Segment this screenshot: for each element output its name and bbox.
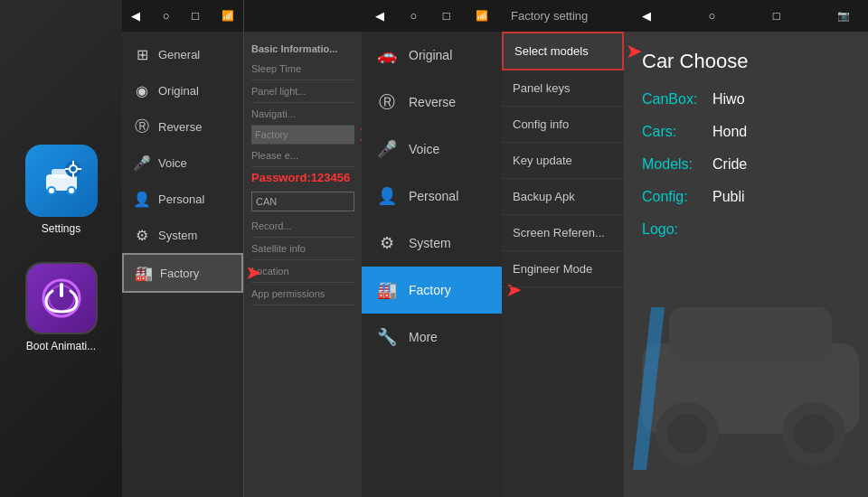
cars-value: Hond <box>712 124 747 140</box>
p4-back-icon[interactable]: ◀ <box>375 9 384 23</box>
please-row[interactable]: Please e... <box>251 145 354 167</box>
panel-main-menu: ◀ ○ □ 📶 🚗 Original Ⓡ Reverse 🎤 Voice 👤 P… <box>362 0 502 497</box>
menu-item-general[interactable]: ⊞ General <box>122 36 243 72</box>
config-label: Config: <box>642 189 705 205</box>
settings-app-icon[interactable] <box>25 145 98 217</box>
factory-setting-header: Factory setting <box>502 0 624 32</box>
main-personal-icon: 👤 <box>376 185 398 207</box>
main-system-icon: ⚙ <box>376 232 398 254</box>
menu-item-voice-label: Voice <box>158 156 187 170</box>
menu-item-reverse-label: Reverse <box>158 120 202 134</box>
panel-settings-menu: ◀ ○ □ 📶 ⊞ General ◉ Original Ⓡ Reverse 🎤… <box>122 0 244 497</box>
factory-row-highlight[interactable]: Factory ➤ <box>251 126 354 145</box>
sleep-time-row[interactable]: Sleep Time <box>251 58 354 80</box>
p4-signal-icon: 📶 <box>476 10 488 22</box>
app-permissions-row[interactable]: App permissions <box>251 283 354 305</box>
factory-item-screen-reference[interactable]: Screen Referen... <box>502 215 624 251</box>
satellite-row[interactable]: Satellite info <box>251 238 354 260</box>
p2-home-icon[interactable]: ○ <box>163 9 170 23</box>
menu-item-reverse[interactable]: Ⓡ Reverse <box>122 108 243 145</box>
settings-app-label: Settings <box>42 222 80 235</box>
menu-item-general-label: General <box>158 48 200 61</box>
cars-label: Cars: <box>642 124 705 140</box>
settings-app-wrapper[interactable]: Settings <box>25 145 98 235</box>
p2-back-icon[interactable]: ◀ <box>131 9 140 23</box>
password-text: Password:123456 <box>251 167 354 188</box>
main-menu-original[interactable]: 🚗 Original <box>362 32 502 79</box>
main-reverse-label: Reverse <box>409 95 456 109</box>
canbox-value: Hiwo <box>712 91 745 108</box>
p2-recent-icon[interactable]: □ <box>192 9 199 23</box>
engineer-mode-label: Engineer Mode <box>513 262 592 276</box>
p6-home-icon[interactable]: ○ <box>708 9 715 23</box>
logo-label: Logo: <box>642 221 705 238</box>
select-models-label: Select models <box>514 44 589 58</box>
factory-item-select-models[interactable]: Select models ➤ <box>502 32 624 70</box>
key-update-label: Key update <box>513 154 572 167</box>
p4-recent-icon[interactable]: □ <box>443 9 450 23</box>
panel-car-choose: ◀ ○ □ 📷 Car Choose CanBox: Hiwo Cars: <box>624 0 868 497</box>
p6-signal-icon: 📷 <box>837 10 850 22</box>
p4-home-icon[interactable]: ○ <box>410 9 417 23</box>
factory-item-panel-keys[interactable]: Panel keys <box>502 70 624 107</box>
p2-signal-icon: 📶 <box>222 10 234 22</box>
main-factory-icon: 🏭 <box>376 279 398 301</box>
panel6-status-bar: ◀ ○ □ 📷 <box>624 0 868 32</box>
main-original-label: Original <box>409 48 452 62</box>
p6-recent-icon[interactable]: □ <box>773 9 780 23</box>
panel4-status-bar: ◀ ○ □ 📶 <box>362 0 502 32</box>
svg-point-21 <box>794 414 834 454</box>
menu-item-voice[interactable]: 🎤 Voice <box>122 145 243 181</box>
main-original-icon: 🚗 <box>376 44 398 66</box>
boot-app-icon[interactable] <box>25 262 98 334</box>
cars-row: Cars: Hond <box>642 124 850 140</box>
reverse-icon: Ⓡ <box>133 117 151 136</box>
menu-item-original[interactable]: ◉ Original <box>122 72 243 108</box>
boot-app-label: Boot Animati... <box>26 340 96 352</box>
main-voice-label: Voice <box>409 142 439 156</box>
panel-keys-label: Panel keys <box>513 81 571 95</box>
main-menu-more[interactable]: 🔧 More <box>362 314 502 361</box>
main-menu-personal[interactable]: 👤 Personal <box>362 173 502 220</box>
original-icon: ◉ <box>133 81 151 99</box>
svg-point-3 <box>49 188 54 193</box>
main-menu-factory[interactable]: 🏭 Factory ➤ <box>362 267 502 314</box>
main-system-label: System <box>409 236 451 250</box>
system-icon: ⚙ <box>133 226 151 244</box>
main-menu-system[interactable]: ⚙ System <box>362 220 502 267</box>
config-info-label: Config info <box>513 117 569 131</box>
menu-item-factory[interactable]: 🏭 Factory ➤ <box>122 253 243 293</box>
main-personal-label: Personal <box>409 189 458 203</box>
factory-item-config-info[interactable]: Config info <box>502 107 624 143</box>
menu-item-personal[interactable]: 👤 Personal <box>122 181 243 217</box>
main-factory-label: Factory <box>409 283 451 297</box>
factory-item-backup-apk[interactable]: Backup Apk <box>502 179 624 215</box>
main-menu-voice[interactable]: 🎤 Voice <box>362 126 502 173</box>
svg-point-5 <box>69 188 74 193</box>
panel-factory-setting: Factory setting Select models ➤ Panel ke… <box>502 0 624 497</box>
boot-app-wrapper[interactable]: Boot Animati... <box>25 262 98 352</box>
factory-item-key-update[interactable]: Key update <box>502 143 624 179</box>
screen-reference-label: Screen Referen... <box>513 226 605 239</box>
panel3-arrow-icon: ➤ <box>358 123 362 146</box>
menu-item-personal-label: Personal <box>158 192 204 206</box>
models-row: Models: Cride <box>642 156 850 173</box>
menu-item-factory-label: Factory <box>160 267 199 280</box>
factory-setting-title: Factory setting <box>511 9 588 23</box>
models-label: Models: <box>642 156 705 173</box>
menu-item-system[interactable]: ⚙ System <box>122 217 243 253</box>
personal-icon: 👤 <box>133 190 151 208</box>
panel-light-row[interactable]: Panel light... <box>251 80 354 103</box>
navigate-row[interactable]: Navigati... <box>251 103 354 126</box>
general-icon: ⊞ <box>133 45 151 63</box>
car-choose-content: Car Choose CanBox: Hiwo Cars: Hond Model… <box>624 32 868 272</box>
panel-app-icons: Settings Boot Animati... <box>0 0 122 497</box>
location-row[interactable]: Location <box>251 260 354 283</box>
p6-back-icon[interactable]: ◀ <box>642 9 651 23</box>
factory-arrow-icon: ➤ <box>245 261 261 285</box>
svg-point-8 <box>71 166 76 172</box>
record-row[interactable]: Record... <box>251 215 354 238</box>
factory-item-engineer-mode[interactable]: Engineer Mode <box>502 251 624 287</box>
backup-apk-label: Backup Apk <box>513 190 575 203</box>
main-menu-reverse[interactable]: Ⓡ Reverse <box>362 79 502 126</box>
